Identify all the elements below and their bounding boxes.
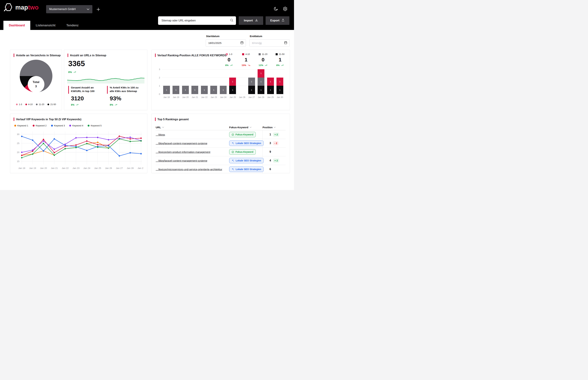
axis-label: Jan 20 [181,96,190,98]
kw-url-metric: Gesamt Anzahl an KW/URL in top 10031208% [68,86,104,106]
moon-icon [274,9,278,12]
ranking-stat-trend: 12% [259,64,267,67]
calendar-icon[interactable] [240,41,244,45]
bar-slot: 1 [171,69,181,94]
legend-label: Keyword 3 [54,124,65,127]
url-link[interactable]: …/blog/laravel-content-management-system… [156,159,207,162]
directory-share-card: Anteile an Verzeichnis in Sitemap Total … [10,50,62,110]
bar-segment: 1 [201,86,208,94]
url-cell: …/lexicon/microservices-und-service-orie… [156,165,229,173]
tab-tendenz[interactable]: Tendenz [61,21,84,30]
settings-button[interactable] [283,6,287,11]
url-link[interactable]: …/lexicon/pim-product-information-manage… [156,151,210,153]
url-cell: …/blog/laravel-content-management-system… [156,139,229,148]
ranking-stat-value: 1 [279,57,282,63]
ranking-stats: 1-308%4-10115%11-20012%21-5018% [224,53,285,67]
keyword-badge: Fokus-Keyword [229,149,256,155]
axis-label: Jan 27 [247,96,256,98]
url-link[interactable]: …/blog/laravel-content-management-system… [156,142,207,145]
sitemap-search-input[interactable] [161,19,230,22]
donut-legend: 1-34-1011-2021-50 [10,103,62,106]
url-link[interactable]: …/blogs [156,133,165,136]
url-cell: …/blogs [156,130,229,139]
bar-slot: 1 [209,69,219,94]
tab-listenansicht[interactable]: Listenansicht [30,21,61,30]
legend-item: Keyword 3 [51,124,65,127]
axis-label: Jan 23 [209,96,219,98]
bar-segment: 1 [172,86,179,94]
bar-segment: 1 [267,86,274,94]
bar-segment: 1 [220,86,227,94]
legend-label: 11-20 [262,53,267,56]
card-title: Anteile an Verzeichnis in Sitemap [14,54,60,57]
check-circle-icon [231,151,234,153]
table-row: …/lexicon/microservices-und-service-orie… [156,165,286,173]
ranking-bar-chart: 0123111111111111111111 [156,69,285,94]
top-rankings-card: Top 5 Rankings gesamt URLFokus-KeywordPo… [152,114,290,173]
ranking-stat-range: 11-20 [259,53,267,56]
chevron-down-icon [87,8,89,11]
legend-label: 21-50 [50,103,56,106]
legend-swatch [69,125,71,127]
bar-segment: 1 [276,86,283,94]
legend-label: 1-3 [229,53,232,56]
ranking-stat-range: 1-3 [226,53,232,56]
legend-item: 4-10 [25,103,33,106]
stacked-bar: 11 [276,77,283,94]
legend-item: Keyword 5 [88,124,102,127]
search-icon[interactable] [230,18,234,23]
axis-label: Jan 29 [266,96,275,98]
url-count-card: Anzahl an URLs in Sitemap 3365 8% Gesamt… [64,50,147,110]
sort-chevron-icon[interactable] [274,127,276,128]
legend-label: 4-10 [28,103,33,106]
ranking-stat: 1-308% [224,53,234,67]
sitemap-search [158,16,236,25]
card-title: Top 5 Rankings gesamt [155,117,189,121]
maptwo-dashboard: maptwo Mustermensch GmbH [0,0,294,190]
bar-segment: 1 [182,86,189,94]
table-row: …/blog/laravel-content-management-system… [156,139,286,148]
sort-chevron-icon[interactable] [162,127,164,128]
company-selector[interactable]: Mustermensch GmbH [46,5,92,13]
export-button[interactable]: Export [266,16,289,25]
end-date-input[interactable]: tt/mm/jjjj [249,39,290,47]
axis-label: Jan 30 [275,96,285,98]
legend-item: 1-3 [16,103,22,106]
dark-mode-toggle[interactable] [274,6,278,11]
svg-text:20: 20 [17,151,19,153]
tab-dashboard[interactable]: Dashboard [3,21,30,30]
table-header: URLFokus-KeywordPosition [156,124,286,130]
bar-chart-x-axis: Jan 18Jan 19Jan 20Jan 21Jan 22Jan 23Jan … [162,96,285,98]
keyword-cell: Lokale SEO Strategien [229,165,263,173]
start-date-value: 18/01/2025 [208,41,222,45]
keyword-badge: Fokus-Keyword [229,132,256,137]
keyword-badge-label: Fokus-Keyword [235,133,253,136]
ranking-stat: 21-5018% [275,53,285,67]
import-button[interactable]: Import [239,16,263,25]
keyword-cell: Lokale SEO Strategien [229,139,263,148]
ranking-stat: 4-10115% [241,53,251,67]
axis-label: 1 [156,85,160,87]
keyword-badge-label: Lokale SEO Strategien [236,142,261,145]
url-link[interactable]: …/lexicon/microservices-und-service-orie… [156,168,222,171]
svg-text:Jan 21: Jan 21 [51,167,58,170]
start-date-input[interactable]: 18/01/2025 [206,39,246,47]
stacked-bar: 1 [182,86,189,94]
column-header-fokuskeyword: Fokus-Keyword [229,126,263,129]
axis-label: Jan 18 [162,96,171,98]
bar-segment: 1 [248,86,255,94]
gridline [162,94,285,94]
sparkles-icon [231,159,234,162]
calendar-icon[interactable] [284,41,287,45]
legend-item: 21-50 [47,103,56,106]
svg-text:Jan 28: Jan 28 [127,167,134,170]
bar-slot: 11 [228,69,238,94]
sort-chevron-icon[interactable] [250,127,251,128]
add-project-button[interactable] [95,6,101,12]
bar-segment: 1 [210,86,217,94]
position-cell: 3- 2 [263,139,286,148]
bar-segment: 1 [258,77,265,86]
stacked-bar: 1 [201,86,208,94]
svg-text:Jan 23: Jan 23 [73,167,79,170]
svg-text:Jan 19: Jan 19 [29,167,36,170]
